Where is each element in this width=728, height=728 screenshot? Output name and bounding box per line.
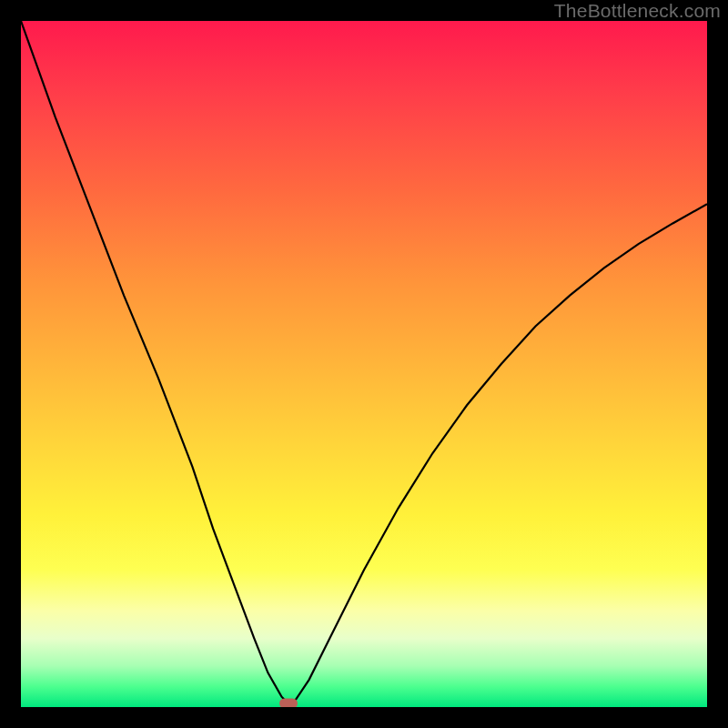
plot-area [21, 21, 707, 707]
minimum-marker [279, 699, 298, 707]
curve-svg [21, 21, 707, 707]
bottleneck-curve [21, 21, 707, 703]
chart-frame: TheBottleneck.com [0, 0, 728, 728]
watermark-text: TheBottleneck.com [554, 0, 721, 22]
